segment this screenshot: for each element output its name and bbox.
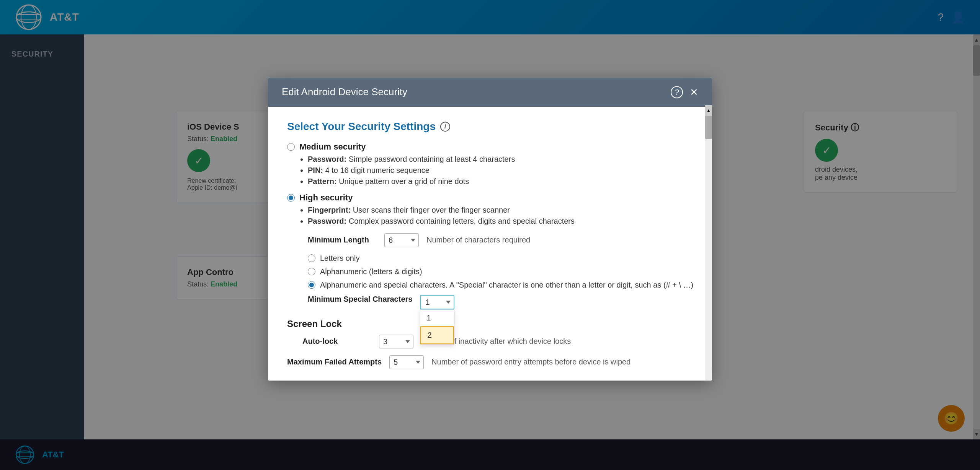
letters-only-label: Letters only: [320, 254, 359, 263]
min-special-row: Minimum Special Characters 1 2 3 4 1 2: [308, 295, 697, 309]
dropdown-item-1[interactable]: 1: [420, 310, 454, 326]
alphanumeric-special-radio[interactable]: [308, 281, 315, 289]
alphanumeric-special-row: Alphanumeric and special characters. A "…: [308, 281, 697, 289]
letters-only-radio[interactable]: [308, 254, 315, 262]
high-security-bullets: Fingerprint: User scans their finger ove…: [308, 206, 697, 226]
medium-security-label: Medium security: [299, 142, 366, 152]
modal-scrollbar[interactable]: ▲: [705, 105, 712, 381]
high-security-label: High security: [299, 193, 353, 203]
modal-scroll-up[interactable]: ▲: [705, 105, 712, 116]
max-failed-label: Maximum Failed Attempts: [287, 358, 382, 366]
min-length-label: Minimum Length: [308, 236, 377, 244]
min-special-select-container: 1 2 3 4 1 2: [420, 295, 454, 309]
alphanumeric-label: Alphanumeric (letters & digits): [320, 267, 422, 276]
min-length-row: Minimum Length 4 5 6 7 8 Number of chara…: [308, 233, 697, 247]
alphanumeric-radio[interactable]: [308, 268, 315, 275]
edit-security-modal: Edit Android Device Security ? ✕ ▲ Selec…: [268, 78, 712, 381]
section-title: Select Your Security Settings i: [287, 120, 697, 133]
autolock-select[interactable]: 1 2 3 4 5: [379, 335, 413, 348]
medium-security-radio[interactable]: [287, 143, 295, 151]
autolock-label: Auto-lock: [302, 337, 371, 346]
high-bullet-password: Password: Complex password containing le…: [308, 217, 697, 226]
medium-bullet-pattern: Pattern: Unique pattern over a grid of n…: [308, 177, 697, 186]
min-length-helper: Number of characters required: [426, 236, 530, 244]
modal-close-button[interactable]: ✕: [690, 87, 698, 97]
section-help-icon[interactable]: i: [440, 122, 450, 132]
screen-lock-title: Screen Lock: [287, 319, 697, 329]
modal-title: Edit Android Device Security: [282, 86, 407, 98]
high-security-radio[interactable]: [287, 194, 295, 202]
modal-body: Select Your Security Settings i Medium s…: [268, 107, 712, 381]
dropdown-item-2[interactable]: 2: [420, 326, 454, 344]
modal-header-icons: ? ✕: [671, 86, 698, 98]
max-failed-helper: Number of password entry attempts before…: [431, 358, 630, 366]
min-special-select[interactable]: 1 2 3 4: [420, 295, 454, 309]
letters-only-row: Letters only: [308, 254, 697, 263]
screen-lock-section: Screen Lock Auto-lock 1 2 3 4 5 Minutes …: [287, 319, 697, 369]
min-special-label: Minimum Special Characters: [308, 295, 412, 304]
char-type-group: Letters only Alphanumeric (letters & dig…: [308, 254, 697, 289]
max-failed-row: Maximum Failed Attempts 3 4 5 6 7 Number…: [287, 355, 697, 369]
medium-security-group: Medium security Password: Simple passwor…: [287, 142, 697, 186]
high-security-row: High security: [287, 193, 697, 203]
high-security-group: High security Fingerprint: User scans th…: [287, 193, 697, 309]
high-bullet-fingerprint: Fingerprint: User scans their finger ove…: [308, 206, 697, 215]
modal-help-button[interactable]: ?: [671, 86, 683, 98]
alphanumeric-special-label: Alphanumeric and special characters. A "…: [320, 281, 693, 289]
medium-security-bullets: Password: Simple password containing at …: [308, 155, 697, 186]
autolock-row: Auto-lock 1 2 3 4 5 Minutes of inactivit…: [302, 335, 697, 348]
high-security-options: Minimum Length 4 5 6 7 8 Number of chara…: [308, 233, 697, 309]
min-length-select[interactable]: 4 5 6 7 8: [384, 233, 419, 247]
medium-bullet-password: Password: Simple password containing at …: [308, 155, 697, 164]
modal-header: Edit Android Device Security ? ✕: [268, 78, 712, 107]
medium-security-row: Medium security: [287, 142, 697, 152]
max-failed-select[interactable]: 3 4 5 6 7: [389, 355, 424, 369]
alphanumeric-row: Alphanumeric (letters & digits): [308, 267, 697, 276]
min-special-dropdown: 1 2: [420, 309, 454, 345]
medium-bullet-pin: PIN: 4 to 16 digit numeric sequence: [308, 166, 697, 175]
modal-scroll-thumb[interactable]: [705, 116, 712, 139]
